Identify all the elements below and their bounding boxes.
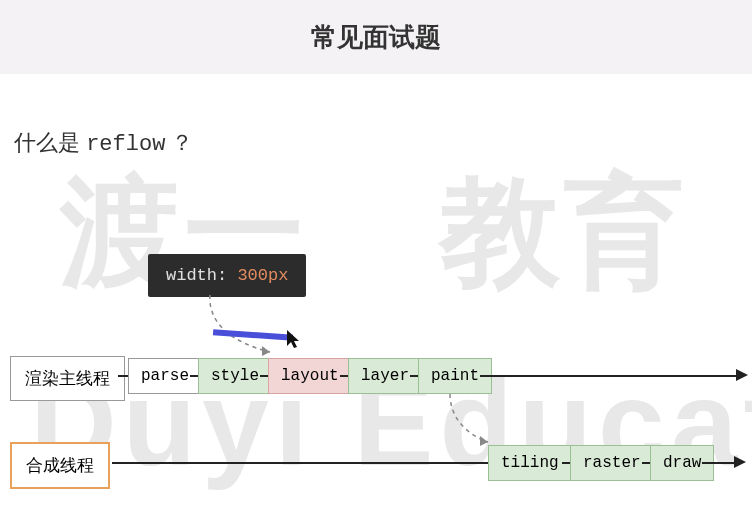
- stage-tiling: tiling: [488, 445, 572, 481]
- header-bar: 常见面试题: [0, 0, 752, 74]
- css-value: 300px: [237, 266, 288, 285]
- cursor-icon: [287, 330, 303, 354]
- thread-compositor-label: 合成线程: [10, 442, 110, 489]
- slide-title: 常见面试题: [311, 20, 441, 55]
- code-sample-box: width: 300px: [148, 254, 306, 297]
- link-code-to-layout: [180, 292, 300, 362]
- pipeline-diagram: width: 300px 渲染主线程 parse style layout la…: [0, 74, 752, 511]
- thread-main-label: 渲染主线程: [10, 356, 125, 401]
- arrow-main-end: [736, 369, 748, 381]
- arrow-compositor-end: [734, 456, 746, 468]
- svg-marker-1: [480, 436, 488, 446]
- css-property: width: [166, 266, 217, 285]
- link-paint-to-tiling: [440, 392, 500, 452]
